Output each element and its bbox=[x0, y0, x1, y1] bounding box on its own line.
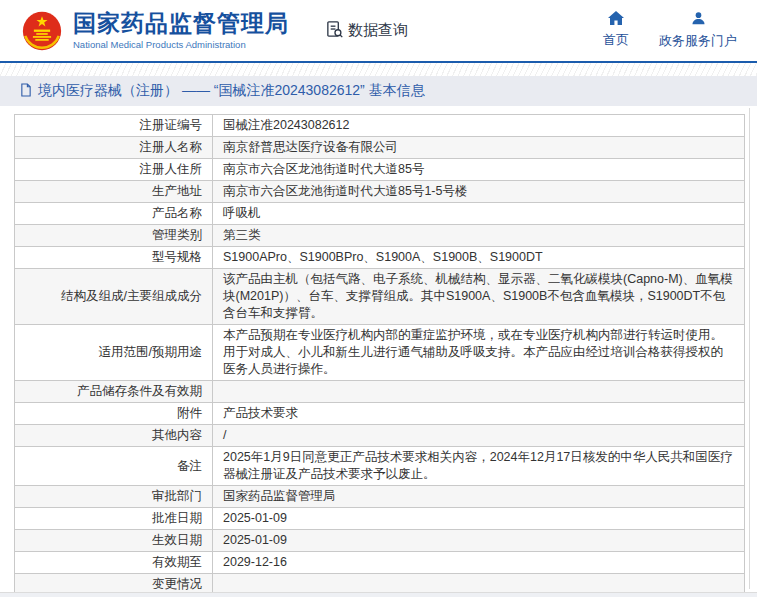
row-label: 注册证编号 bbox=[15, 115, 213, 137]
row-label: 生效日期 bbox=[15, 530, 213, 552]
row-value: 国械注准20243082612 bbox=[213, 115, 745, 137]
row-label: 批准日期 bbox=[15, 508, 213, 530]
row-label-text: 适用范围/预期用途 bbox=[99, 345, 202, 359]
table-row: 批准日期2025-01-09 bbox=[15, 508, 745, 530]
row-label-text: 其他内容 bbox=[152, 428, 202, 442]
row-value: 国家药品监督管理局 bbox=[213, 486, 745, 508]
row-value: 产品技术要求 bbox=[213, 403, 745, 425]
row-label: 有效期至 bbox=[15, 552, 213, 574]
stripe-band bbox=[0, 63, 757, 76]
detail-table-body: 注册证编号国械注准20243082612注册人名称南京舒普思达医疗设备有限公司注… bbox=[15, 115, 745, 597]
row-value: 本产品预期在专业医疗机构内部的重症监护环境，或在专业医疗机构内部进行转运时使用。… bbox=[213, 325, 745, 381]
page-doc-icon bbox=[20, 83, 32, 100]
header-nav: 首页 政务服务门户 bbox=[603, 11, 741, 50]
row-label-text: 型号规格 bbox=[152, 250, 202, 264]
table-row: 型号规格S1900APro、S1900BPro、S1900A、S1900B、S1… bbox=[15, 247, 745, 269]
row-value: 2029-12-16 bbox=[213, 552, 745, 574]
row-label: 型号规格 bbox=[15, 247, 213, 269]
row-label-text: 有效期至 bbox=[152, 555, 202, 569]
row-value: 南京市六合区龙池街道时代大道85号 bbox=[213, 159, 745, 181]
row-label-text: 产品名称 bbox=[152, 206, 202, 220]
nav-portal[interactable]: 政务服务门户 bbox=[659, 11, 737, 50]
row-label: 审批部门 bbox=[15, 486, 213, 508]
row-label: 管理类别 bbox=[15, 225, 213, 247]
main-content: 注册证编号国械注准20243082612注册人名称南京舒普思达医疗设备有限公司注… bbox=[0, 106, 757, 597]
row-label: 备注 bbox=[15, 447, 213, 486]
row-value: 呼吸机 bbox=[213, 203, 745, 225]
row-value: 2025年1月9日同意更正产品技术要求相关内容，2024年12月17日核发的中华… bbox=[213, 447, 745, 486]
nav-home[interactable]: 首页 bbox=[603, 11, 629, 50]
row-label: 其他内容 bbox=[15, 425, 213, 447]
table-row: 管理类别第三类 bbox=[15, 225, 745, 247]
row-label: 附件 bbox=[15, 403, 213, 425]
table-row: 备注2025年1月9日同意更正产品技术要求相关内容，2024年12月17日核发的… bbox=[15, 447, 745, 486]
row-value: 第三类 bbox=[213, 225, 745, 247]
agency-name-en: National Medical Products Administration bbox=[73, 39, 289, 50]
row-label: 结构及组成/主要组成成分 bbox=[15, 269, 213, 325]
table-row: 产品储存条件及有效期 bbox=[15, 381, 745, 403]
home-icon bbox=[608, 11, 624, 28]
row-label: 注册人住所 bbox=[15, 159, 213, 181]
table-row: 注册人名称南京舒普思达医疗设备有限公司 bbox=[15, 137, 745, 159]
data-query-label: 数据查询 bbox=[348, 21, 408, 40]
row-value: 南京舒普思达医疗设备有限公司 bbox=[213, 137, 745, 159]
row-label-text: 注册人住所 bbox=[140, 162, 203, 176]
nav-portal-label: 政务服务门户 bbox=[659, 32, 737, 50]
table-row: 注册人住所南京市六合区龙池街道时代大道85号 bbox=[15, 159, 745, 181]
data-query-menu[interactable]: 数据查询 bbox=[325, 20, 408, 42]
row-label-text: 生效日期 bbox=[152, 533, 202, 547]
table-row: 适用范围/预期用途本产品预期在专业医疗机构内部的重症监护环境，或在专业医疗机构内… bbox=[15, 325, 745, 381]
row-label-text: 批准日期 bbox=[152, 511, 202, 525]
row-value: 2025-01-09 bbox=[213, 508, 745, 530]
table-row: 有效期至2029-12-16 bbox=[15, 552, 745, 574]
row-label-text: 附件 bbox=[177, 406, 202, 420]
row-label-text: 结构及组成/主要组成成分 bbox=[61, 289, 202, 303]
row-label: 产品名称 bbox=[15, 203, 213, 225]
row-label-text: 注册证编号 bbox=[140, 118, 203, 132]
row-label: 产品储存条件及有效期 bbox=[15, 381, 213, 403]
table-row: 其他内容/ bbox=[15, 425, 745, 447]
user-icon bbox=[691, 11, 706, 29]
table-row: 审批部门国家药品监督管理局 bbox=[15, 486, 745, 508]
row-value: S1900APro、S1900BPro、S1900A、S1900B、S1900D… bbox=[213, 247, 745, 269]
row-label-text: 管理类别 bbox=[152, 228, 202, 242]
row-label: 生产地址 bbox=[15, 181, 213, 203]
site-header: 国家药品监督管理局 National Medical Products Admi… bbox=[0, 0, 757, 63]
row-value bbox=[213, 381, 745, 403]
footer-edge bbox=[0, 592, 757, 597]
agency-name-zh: 国家药品监督管理局 bbox=[73, 11, 289, 36]
table-row: 注册证编号国械注准20243082612 bbox=[15, 115, 745, 137]
row-label-text: 注册人名称 bbox=[140, 140, 203, 154]
nav-home-label: 首页 bbox=[603, 31, 629, 49]
row-label-text: 生产地址 bbox=[152, 184, 202, 198]
breadcrumb: 境内医疗器械（注册） —— “国械注准20243082612” 基本信息 bbox=[0, 76, 757, 106]
row-value: 南京市六合区龙池街道时代大道85号1-5号楼 bbox=[213, 181, 745, 203]
row-value: 2025-01-09 bbox=[213, 530, 745, 552]
table-row: 附件产品技术要求 bbox=[15, 403, 745, 425]
content-right-border bbox=[749, 108, 750, 589]
national-emblem-icon bbox=[20, 9, 64, 53]
table-row: 生效日期2025-01-09 bbox=[15, 530, 745, 552]
table-row: 产品名称呼吸机 bbox=[15, 203, 745, 225]
row-label-text: 变更情况 bbox=[152, 577, 202, 591]
row-label: 适用范围/预期用途 bbox=[15, 325, 213, 381]
row-label-text: 产品储存条件及有效期 bbox=[77, 384, 202, 398]
document-search-icon bbox=[325, 20, 344, 42]
row-label-text: 审批部门 bbox=[152, 489, 202, 503]
registration-detail-table: 注册证编号国械注准20243082612注册人名称南京舒普思达医疗设备有限公司注… bbox=[14, 114, 745, 597]
breadcrumb-text: 境内医疗器械（注册） —— “国械注准20243082612” 基本信息 bbox=[38, 82, 425, 100]
table-row: 结构及组成/主要组成成分该产品由主机（包括气路、电子系统、机械结构、显示器、二氧… bbox=[15, 269, 745, 325]
table-row: 生产地址南京市六合区龙池街道时代大道85号1-5号楼 bbox=[15, 181, 745, 203]
row-value: / bbox=[213, 425, 745, 447]
row-value: 该产品由主机（包括气路、电子系统、机械结构、显示器、二氧化碳模块(Capno-M… bbox=[213, 269, 745, 325]
row-label-text: 备注 bbox=[177, 459, 202, 473]
agency-title-block[interactable]: 国家药品监督管理局 National Medical Products Admi… bbox=[73, 11, 289, 50]
row-label: 注册人名称 bbox=[15, 137, 213, 159]
